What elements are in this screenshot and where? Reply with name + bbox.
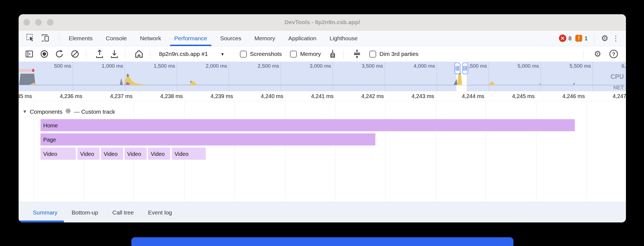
tab-application[interactable]: Application	[282, 30, 323, 46]
garbage-collect-brush-icon[interactable]	[329, 49, 337, 59]
record-and-reload-icon[interactable]	[55, 50, 64, 58]
ruler-tick-label: 4,247 ms	[591, 93, 626, 99]
ruler-tick-label: 4,237 ms	[89, 93, 132, 99]
kebab-menu-icon[interactable]: ⋮	[612, 35, 619, 42]
cpu-band-label: CPU	[610, 73, 624, 81]
collapse-compress-icon[interactable]	[353, 49, 361, 59]
ruler-tick-label: 4,246 ms	[541, 93, 585, 99]
ruler-tick-label: 4,239 ms	[189, 93, 233, 99]
device-toolbar-icon[interactable]	[41, 34, 50, 43]
devtools-tabbar: ElementsConsoleNetworkPerformanceSources…	[19, 30, 626, 46]
track-bar-video[interactable]: Video	[124, 147, 147, 160]
background-window-strip	[131, 237, 514, 246]
tab-elements[interactable]: Elements	[62, 30, 99, 46]
ruler-tick-label: 4,236 ms	[39, 93, 82, 99]
bottom-tab-bottom-up[interactable]: Bottom-up	[65, 209, 105, 216]
toggle-sidebar-icon[interactable]	[25, 50, 33, 58]
track-bar-video[interactable]: Video	[101, 147, 123, 160]
warning-count[interactable]: 1	[584, 35, 588, 42]
flamechart-area[interactable]: ▼ Components — Custom track HomePageVide…	[19, 101, 626, 202]
capture-settings-gear-icon[interactable]: ⚙	[594, 50, 601, 58]
screenshots-label: Screenshots	[250, 51, 282, 57]
tab-network[interactable]: Network	[134, 30, 168, 46]
help-icon[interactable]: ?	[609, 49, 618, 59]
active-tab-underline	[19, 221, 64, 222]
dim-3rd-parties-checkbox[interactable]: Dim 3rd parties	[369, 51, 418, 58]
performance-toolbar: 8p2n9n.csb.app #1 ▼ Screenshots Memory	[19, 46, 626, 62]
selection-right-handle[interactable]	[462, 62, 468, 74]
devtools-window: DevTools - 8p2n9n.csb.app/ ElementsConso…	[19, 14, 626, 222]
target-label: 8p2n9n.csb.app #1	[159, 51, 208, 57]
bottom-tabs: SummaryBottom-upCall treeEvent log	[19, 202, 626, 222]
cpu-activity-chart	[19, 62, 626, 91]
tab-lighthouse[interactable]: Lighthouse	[323, 30, 364, 46]
timeline-overview[interactable]: 500 ms1,000 ms1,500 ms2,000 ms2,500 ms3,…	[19, 62, 626, 91]
custom-track-header[interactable]: ▼ Components — Custom track	[22, 108, 115, 115]
window-title: DevTools - 8p2n9n.csb.app/	[19, 14, 626, 30]
tab-sources[interactable]: Sources	[214, 30, 248, 46]
divider	[59, 34, 59, 43]
divider	[125, 50, 125, 58]
clear-icon[interactable]	[71, 50, 79, 58]
title-bar: DevTools - 8p2n9n.csb.app/	[19, 14, 626, 30]
tab-console[interactable]: Console	[99, 30, 134, 46]
chevron-down-icon: ▼	[221, 52, 225, 56]
track-bar-video[interactable]: Video	[148, 147, 170, 160]
ruler-tick-label: 4,235 ms	[19, 93, 32, 99]
track-bar-video[interactable]: Video	[172, 147, 206, 160]
ruler-tick-label: 4,245 ms	[491, 93, 535, 99]
ruler-tick-label: 4,243 ms	[390, 93, 434, 99]
bottom-tab-event-log[interactable]: Event log	[141, 209, 179, 216]
settings-gear-icon[interactable]: ⚙	[601, 34, 608, 42]
checkbox-box[interactable]	[369, 51, 376, 58]
checkbox-box[interactable]	[240, 51, 247, 58]
track-bar-page[interactable]: Page	[40, 133, 375, 146]
divider	[583, 50, 584, 58]
divider	[150, 50, 150, 58]
divider	[594, 34, 594, 43]
screenshots-checkbox[interactable]: Screenshots	[240, 51, 282, 58]
net-band-label: NET	[613, 85, 624, 91]
disclosure-triangle-icon[interactable]: ▼	[22, 109, 27, 115]
checkbox-box[interactable]	[290, 51, 297, 58]
selection-left-handle[interactable]	[454, 62, 460, 74]
ruler-tick-label: 4,240 ms	[240, 93, 283, 99]
divider	[343, 50, 344, 58]
tab-memory[interactable]: Memory	[248, 30, 282, 46]
track-subtitle: — Custom track	[74, 108, 115, 115]
svg-text:?: ?	[612, 51, 615, 57]
bottom-panel-bar: SummaryBottom-upCall treeEvent log	[19, 202, 626, 222]
dim-3rd-parties-label: Dim 3rd parties	[379, 51, 418, 57]
ruler-tick-label: 4,244 ms	[440, 93, 484, 99]
home-live-metrics-icon[interactable]	[135, 50, 143, 58]
error-count[interactable]: 8	[568, 35, 572, 42]
ruler-tick-label: 4,241 ms	[290, 93, 333, 99]
main-time-ruler: 4,235 ms4,236 ms4,237 ms4,238 ms4,239 ms…	[19, 91, 626, 101]
track-bar-video[interactable]: Video	[40, 147, 76, 160]
track-title: Components	[30, 108, 62, 115]
divider	[86, 50, 86, 58]
record-icon[interactable]	[40, 50, 49, 58]
tab-performance[interactable]: Performance	[168, 30, 214, 46]
ruler-tick-label: 4,242 ms	[340, 93, 384, 99]
save-profile-icon[interactable]	[110, 50, 118, 58]
inspect-element-icon[interactable]	[26, 34, 34, 43]
ruler-tick-label: 4,238 ms	[139, 93, 183, 99]
net-band-separator	[19, 85, 626, 85]
bottom-tab-summary[interactable]: Summary	[26, 209, 65, 216]
react-atom-icon	[65, 108, 71, 115]
error-badge-icon[interactable]: ✕	[559, 35, 566, 42]
memory-checkbox[interactable]: Memory	[290, 51, 321, 58]
panel-tabs: ElementsConsoleNetworkPerformanceSources…	[62, 30, 364, 46]
bottom-tab-call-tree[interactable]: Call tree	[105, 209, 141, 216]
load-profile-icon[interactable]	[95, 50, 104, 58]
target-selector[interactable]: 8p2n9n.csb.app #1 ▼	[159, 51, 225, 57]
track-bar-home[interactable]: Home	[40, 119, 575, 131]
warning-badge-icon[interactable]: !	[575, 35, 582, 42]
track-bar-video[interactable]: Video	[77, 147, 100, 160]
memory-label: Memory	[300, 51, 321, 57]
